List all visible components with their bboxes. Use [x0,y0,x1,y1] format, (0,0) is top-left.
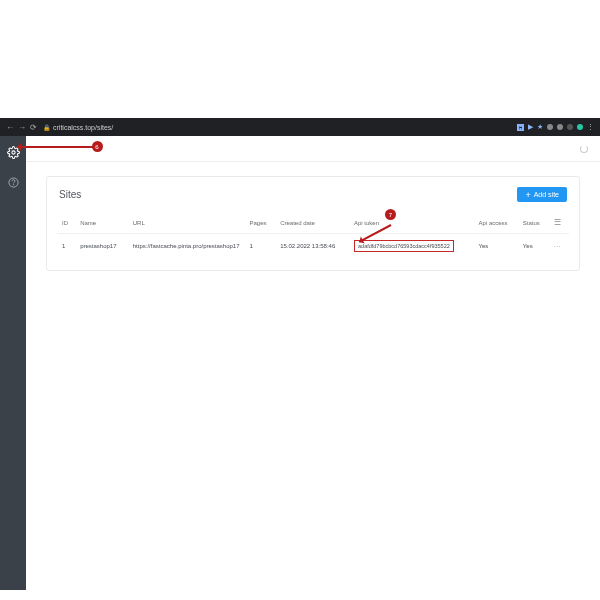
add-site-label: Add site [534,191,559,198]
sidebar [0,136,26,590]
table-wrapper: 7 ID Name URL Pages Created date [47,212,579,270]
row-actions-button[interactable]: ··· [549,234,569,259]
col-id: ID [57,212,75,234]
annotation-step-7: 7 [385,209,396,220]
cell-created: 15.02.2022 13:58:46 [275,234,349,259]
back-icon[interactable]: ← [6,123,14,132]
col-actions: ☰ [549,212,569,234]
ext-icon-2[interactable] [557,124,563,130]
forward-icon[interactable]: → [18,123,26,132]
annotation-step-6 [18,146,98,148]
lock-icon: 🔒 [43,124,50,131]
nav-arrows[interactable]: ← → ⟳ [6,123,37,132]
app-root: Sites + Add site 7 ID [0,136,600,590]
browser-window: ← → ⟳ 🔒 criticalcss.top/sites/ 🅰 ▶ ★ ⋮ [0,118,600,590]
url-text: criticalcss.top/sites/ [53,124,113,131]
cell-status: Yes [518,234,549,259]
bookmark-icon[interactable]: ★ [537,123,543,131]
cell-pages: 1 [245,234,276,259]
address-bar[interactable]: 🔒 criticalcss.top/sites/ [43,124,511,131]
reload-icon[interactable]: ⟳ [30,123,37,132]
sites-card: Sites + Add site 7 ID [46,176,580,271]
page-title: Sites [59,189,81,200]
svg-point-0 [11,151,14,154]
cell-name: prestashop17 [75,234,128,259]
ext-icon-3[interactable] [567,124,573,130]
sidebar-item-help[interactable] [8,177,19,190]
col-token: Api token [349,212,474,234]
cell-url[interactable]: https://fastcache.pinta.pro/prestashop17 [128,234,245,259]
col-status: Status [518,212,549,234]
columns-icon[interactable]: ☰ [554,218,561,227]
translate-icon[interactable]: 🅰 [517,124,524,131]
add-site-button[interactable]: + Add site [517,187,567,202]
sites-table: ID Name URL Pages Created date Api token… [57,212,569,258]
profile-avatar[interactable] [577,124,583,130]
col-api-access: Api access [474,212,518,234]
ext-icon-1[interactable] [547,124,553,130]
cell-api-access: Yes [474,234,518,259]
col-created: Created date [275,212,349,234]
cell-id: 1 [57,234,75,259]
help-icon [8,177,19,188]
top-bar [26,136,600,162]
sidebar-item-settings[interactable] [7,146,20,161]
table-row[interactable]: 1 prestashop17 https://fastcache.pinta.p… [57,234,569,259]
content-area: Sites + Add site 7 ID [26,136,600,590]
card-header: Sites + Add site [47,177,579,212]
menu-icon[interactable]: ⋮ [587,123,594,131]
browser-right-icons: 🅰 ▶ ★ ⋮ [517,123,594,131]
col-name: Name [75,212,128,234]
api-token-value[interactable]: adafdfd79bcbcd76593cdacc4f935522 [354,240,454,252]
col-pages: Pages [245,212,276,234]
main-area: Sites + Add site 7 ID [26,162,600,590]
browser-toolbar: ← → ⟳ 🔒 criticalcss.top/sites/ 🅰 ▶ ★ ⋮ [0,118,600,136]
loading-spinner-icon [580,145,588,153]
col-url: URL [128,212,245,234]
table-header-row: ID Name URL Pages Created date Api token… [57,212,569,234]
play-icon[interactable]: ▶ [528,123,533,131]
